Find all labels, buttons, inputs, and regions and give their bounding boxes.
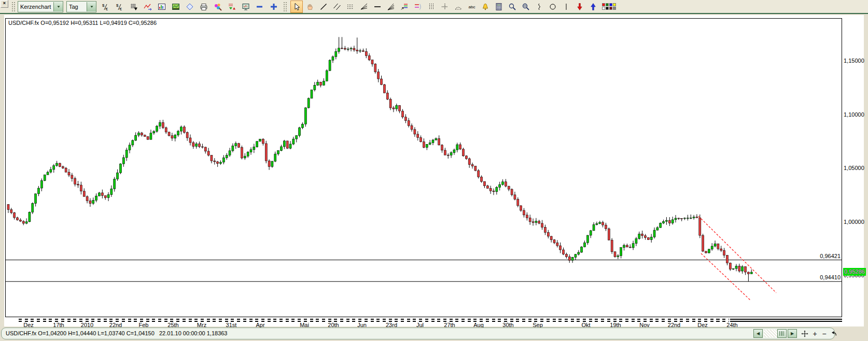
candle-down[interactable]	[353, 48, 355, 50]
candle-down[interactable]	[262, 139, 264, 144]
zoom-in-tool-icon[interactable]	[506, 1, 519, 13]
zoom-plus-icon[interactable]	[268, 1, 280, 13]
candle-down[interactable]	[420, 137, 422, 141]
chevron-down-icon[interactable]	[87, 2, 96, 11]
zoom-in-button[interactable]: +	[810, 330, 819, 338]
candle-down[interactable]	[211, 155, 213, 161]
candle-down[interactable]	[559, 246, 562, 250]
candle-up[interactable]	[40, 180, 43, 188]
candle-up[interactable]	[289, 144, 291, 148]
palette-swatch[interactable]	[609, 3, 612, 6]
candle-up[interactable]	[292, 139, 295, 144]
candle-up[interactable]	[156, 126, 158, 132]
candle-down[interactable]	[471, 165, 473, 166]
candle-up[interactable]	[107, 195, 109, 198]
candle-up[interactable]	[114, 179, 116, 189]
candle-down[interactable]	[720, 249, 722, 250]
candle-up[interactable]	[135, 135, 137, 140]
candle-up[interactable]	[314, 85, 316, 90]
candle-up[interactable]	[180, 127, 182, 131]
candle-up[interactable]	[453, 150, 455, 152]
candle-up[interactable]	[35, 194, 37, 204]
candle-down[interactable]	[647, 238, 649, 240]
candle-up[interactable]	[653, 230, 655, 237]
candle-down[interactable]	[608, 229, 610, 240]
grid-options-icon[interactable]	[128, 1, 140, 13]
candle-up[interactable]	[335, 51, 337, 56]
candle-down[interactable]	[89, 201, 91, 204]
candle-up[interactable]	[584, 243, 586, 247]
candle-down[interactable]	[529, 218, 531, 221]
pointer-tool-icon[interactable]	[290, 1, 303, 13]
candle-up[interactable]	[174, 135, 176, 138]
candle-up[interactable]	[110, 189, 113, 194]
candlestick-chart[interactable]	[5, 18, 842, 317]
reset-view-button[interactable]	[829, 330, 838, 338]
candle-down[interactable]	[568, 257, 570, 260]
scroll-track[interactable]	[764, 330, 777, 337]
candle-up[interactable]	[247, 152, 249, 156]
candle-up[interactable]	[92, 201, 94, 204]
toolbar-grip[interactable]	[283, 2, 287, 12]
chevron-down-icon[interactable]	[53, 2, 63, 11]
candle-up[interactable]	[693, 217, 695, 218]
candle-down[interactable]	[217, 162, 219, 164]
candle-down[interactable]	[214, 161, 216, 162]
candle-up[interactable]	[44, 175, 46, 180]
candle-down[interactable]	[68, 172, 70, 175]
palette-swatch[interactable]	[606, 7, 609, 10]
candle-down[interactable]	[381, 79, 383, 84]
candle-up[interactable]	[735, 266, 737, 268]
palette-swatch[interactable]	[606, 3, 609, 6]
candle-up[interactable]	[656, 228, 659, 230]
palette-swatch[interactable]	[602, 7, 605, 10]
period-dropdown[interactable]: Tag	[66, 1, 96, 12]
candle-down[interactable]	[13, 213, 16, 218]
candle-up[interactable]	[229, 151, 231, 155]
zoom-region-tool-icon[interactable]	[520, 1, 532, 13]
candle-down[interactable]	[74, 178, 76, 184]
toolbar-grip[interactable]	[11, 2, 16, 12]
scroll-right-button[interactable]: ▶	[788, 329, 797, 338]
candle-down[interactable]	[238, 144, 240, 148]
candle-down[interactable]	[532, 222, 534, 223]
candle-down[interactable]	[489, 189, 492, 191]
candle-down[interactable]	[641, 234, 643, 235]
candle-down[interactable]	[192, 143, 194, 146]
candle-down[interactable]	[374, 64, 376, 72]
candle-down[interactable]	[550, 236, 552, 240]
candle-down[interactable]	[399, 106, 401, 111]
candle-down[interactable]	[493, 191, 495, 191]
candle-up[interactable]	[432, 140, 434, 143]
candle-up[interactable]	[578, 252, 580, 254]
candle-up[interactable]	[25, 222, 27, 223]
candle-down[interactable]	[83, 191, 85, 196]
candle-up[interactable]	[95, 196, 97, 200]
candle-up[interactable]	[596, 224, 598, 225]
chart-type-dropdown[interactable]: Kerzenchart	[18, 1, 63, 12]
candle-down[interactable]	[629, 247, 631, 248]
currency-pair-icon[interactable]: $€	[100, 1, 112, 13]
print-icon[interactable]	[198, 1, 210, 13]
candle-up[interactable]	[250, 150, 252, 152]
candle-up[interactable]	[732, 268, 734, 269]
candle-down[interactable]	[481, 177, 483, 181]
candle-down[interactable]	[268, 161, 270, 166]
color-palette-icon[interactable]	[600, 1, 617, 13]
candle-down[interactable]	[702, 235, 704, 251]
paint-style-icon[interactable]	[212, 1, 224, 13]
candle-up[interactable]	[274, 154, 276, 161]
candle-down[interactable]	[201, 147, 203, 147]
candle-down[interactable]	[726, 255, 728, 263]
candle-down[interactable]	[186, 133, 188, 138]
candle-up[interactable]	[620, 248, 622, 256]
candle-down[interactable]	[207, 151, 209, 155]
candle-down[interactable]	[22, 221, 24, 223]
candle-up[interactable]	[338, 48, 340, 51]
candle-down[interactable]	[404, 117, 407, 121]
candle-up[interactable]	[29, 212, 31, 221]
candle-down[interactable]	[626, 245, 628, 247]
candle-down[interactable]	[668, 220, 670, 223]
candle-down[interactable]	[165, 127, 167, 132]
fib-extension-tool-icon[interactable]	[412, 1, 424, 13]
